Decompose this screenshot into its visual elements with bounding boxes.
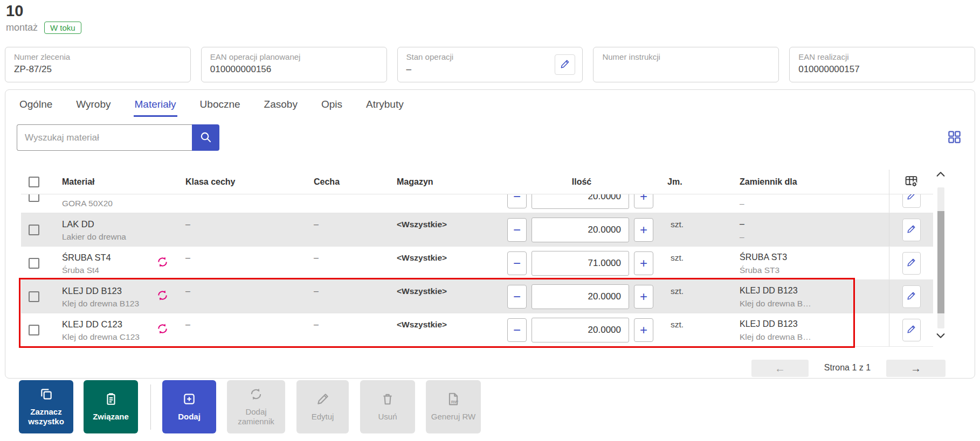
- tab-zasoby[interactable]: Zasoby: [263, 99, 299, 117]
- search-icon: [199, 131, 212, 145]
- edit-button[interactable]: Edytuj: [296, 380, 349, 433]
- button-label: Usuń: [378, 412, 397, 422]
- row-checkbox[interactable]: [29, 194, 39, 202]
- column-header-unit: Jm.: [657, 177, 722, 187]
- quantity-input[interactable]: [532, 284, 629, 309]
- quantity-increase-button[interactable]: +: [634, 218, 653, 242]
- row-checkbox-cell: [21, 280, 62, 313]
- quantity-decrease-button[interactable]: −: [507, 251, 527, 275]
- row-checkbox[interactable]: [29, 258, 39, 269]
- search-button[interactable]: [192, 124, 219, 151]
- row-edit-cell: [889, 247, 933, 279]
- feature-cell: –: [305, 213, 386, 246]
- pencil-icon: [906, 257, 916, 269]
- field-label: Stan operacji: [406, 52, 574, 61]
- material-name: ŚRUBA ST4: [62, 251, 148, 264]
- quantity-decrease-button[interactable]: −: [507, 218, 527, 242]
- field-label: EAN operacji planowanej: [210, 52, 378, 61]
- warehouse-cell: <Wszystkie>: [386, 280, 506, 313]
- table-row[interactable]: GORA 50X20 − + –: [21, 194, 933, 213]
- refresh-icon: [249, 387, 263, 403]
- field-operation-state: Stan operacji –: [397, 47, 583, 82]
- column-settings-cell: [889, 170, 933, 194]
- quantity-increase-button[interactable]: +: [634, 251, 653, 275]
- field-label: Numer instrukcji: [602, 52, 770, 61]
- scroll-up-button[interactable]: [935, 169, 947, 183]
- quantity-cell: − +: [506, 194, 657, 213]
- row-edit-button[interactable]: [902, 194, 921, 208]
- tab-uboczne[interactable]: Uboczne: [199, 99, 241, 117]
- feature-class-cell: –: [176, 280, 305, 313]
- material-name: KLEJ DD C123: [62, 318, 148, 331]
- field-planned-operation-ean: EAN operacji planowanej 010000000156: [201, 47, 387, 82]
- material-subname: Klej do drewna B123: [62, 297, 148, 310]
- layout-grid-toggle-button[interactable]: [947, 130, 962, 146]
- feature-class-cell: –: [176, 247, 305, 279]
- select-all-button[interactable]: Zaznacz wszystko: [19, 380, 73, 433]
- operation-state-edit-button[interactable]: [555, 54, 575, 75]
- row-checkbox[interactable]: [29, 291, 39, 302]
- row-edit-button[interactable]: [902, 285, 921, 308]
- quantity-cell: − +: [506, 313, 657, 346]
- quantity-increase-button[interactable]: +: [634, 318, 653, 342]
- substitute-subname: –: [740, 230, 889, 243]
- search-bar: [17, 124, 219, 151]
- related-button[interactable]: Związane: [84, 380, 138, 433]
- quantity-input[interactable]: [532, 251, 629, 276]
- column-settings-icon[interactable]: [905, 174, 918, 190]
- sync-cell: [148, 213, 176, 246]
- select-all-checkbox[interactable]: [29, 177, 39, 187]
- generate-rw-button[interactable]: RW Generuj RW: [426, 380, 481, 433]
- quantity-input[interactable]: [532, 318, 629, 342]
- substitute-for-cell: – –: [722, 213, 889, 246]
- add-substitute-button[interactable]: Dodaj zamiennik: [227, 380, 285, 433]
- quantity-input[interactable]: [532, 194, 629, 209]
- field-label: EAN realizacji: [798, 52, 966, 61]
- scrollbar-thumb[interactable]: [937, 211, 944, 313]
- status-badge: W toku: [44, 22, 81, 34]
- quantity-decrease-button[interactable]: −: [507, 318, 527, 342]
- table-header: Materiał Klasa cechy Cecha Magazyn Ilość…: [21, 170, 933, 194]
- next-page-button[interactable]: →: [886, 360, 946, 377]
- tab-ogolne[interactable]: Ogólne: [18, 99, 53, 117]
- tab-wyroby[interactable]: Wyroby: [75, 99, 112, 117]
- quantity-increase-button[interactable]: +: [634, 194, 653, 208]
- substitute-subname: Klej do drewna B…: [740, 331, 889, 343]
- pencil-icon: [906, 194, 916, 202]
- field-value: 010000000157: [798, 64, 966, 75]
- quantity-increase-button[interactable]: +: [634, 285, 653, 309]
- row-checkbox-cell: [21, 194, 62, 213]
- table-row[interactable]: KLEJ DD B123 Klej do drewna B123 – – <Ws…: [21, 280, 933, 313]
- tab-atrybuty[interactable]: Atrybuty: [365, 99, 405, 117]
- delete-button[interactable]: Usuń: [360, 380, 415, 433]
- row-checkbox[interactable]: [29, 225, 39, 235]
- table-row[interactable]: ŚRUBA ST4 Śruba St4 – – <Wszystkie> − + …: [21, 247, 933, 280]
- pencil-icon: [906, 224, 916, 236]
- row-edit-button[interactable]: [902, 319, 921, 341]
- search-input[interactable]: [17, 124, 192, 151]
- materials-panel: Ogólne Wyroby Materiały Uboczne Zasoby O…: [5, 89, 975, 379]
- quantity-cell: − +: [506, 280, 657, 313]
- document-rw-icon: RW: [446, 392, 460, 408]
- tab-opis[interactable]: Opis: [320, 99, 343, 117]
- quantity-decrease-button[interactable]: −: [507, 285, 527, 309]
- row-checkbox-cell: [21, 213, 62, 246]
- add-button[interactable]: Dodaj: [162, 380, 216, 433]
- table-row[interactable]: LAK DD Lakier do drewna – – <Wszystkie> …: [21, 213, 933, 247]
- feature-cell: –: [305, 247, 386, 279]
- table-row[interactable]: KLEJ DD C123 Klej do drewna C123 – – <Ws…: [21, 313, 933, 347]
- tab-materialy[interactable]: Materiały: [134, 99, 177, 117]
- previous-page-button[interactable]: ←: [751, 360, 809, 377]
- row-edit-button[interactable]: [902, 219, 921, 241]
- scroll-down-button[interactable]: [935, 330, 947, 344]
- quantity-decrease-button[interactable]: −: [507, 194, 527, 208]
- unit-cell: szt.: [657, 313, 722, 346]
- column-header-feature-class: Klasa cechy: [176, 177, 305, 187]
- row-checkbox[interactable]: [29, 325, 39, 335]
- substitute-for-cell: –: [722, 194, 889, 213]
- quantity-input[interactable]: [532, 218, 629, 242]
- row-edit-button[interactable]: [902, 252, 921, 275]
- material-cell: GORA 50X20: [62, 194, 148, 213]
- vertical-scrollbar[interactable]: [937, 187, 944, 328]
- trash-icon: [381, 392, 395, 408]
